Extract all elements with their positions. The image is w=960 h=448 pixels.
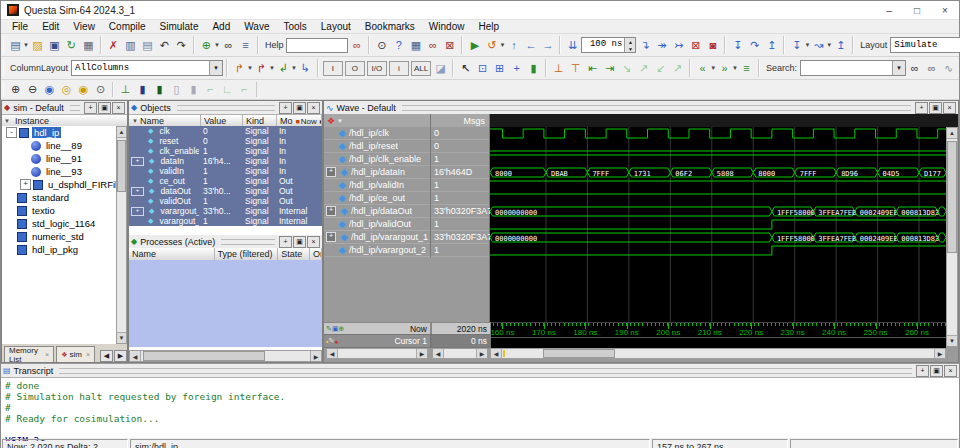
- objects-row-ce_out[interactable]: ◆ce_out1SignalOut: [129, 176, 322, 186]
- collapse-all-icon[interactable]: ≡: [739, 61, 754, 76]
- search-input-dropdown-button[interactable]: ▼: [892, 61, 905, 75]
- layout-select[interactable]: Simulate▼: [890, 37, 960, 53]
- processes-column-name[interactable]: Name: [129, 248, 215, 260]
- continue-run-icon[interactable]: ↠: [654, 38, 669, 53]
- tab-close-icon[interactable]: ×: [45, 351, 49, 358]
- clear-filter-icon[interactable]: ◪: [433, 61, 448, 76]
- close-button[interactable]: ×: [931, 1, 959, 19]
- processes-plus-button[interactable]: +: [279, 236, 292, 248]
- copy-icon[interactable]: ▥: [123, 38, 138, 53]
- tab-scroll-right[interactable]: ▶: [114, 350, 127, 362]
- wave-clock-icon[interactable]: ⊙: [374, 38, 389, 53]
- step-out-current-icon[interactable]: ↥: [833, 38, 848, 53]
- stop-icon[interactable]: ◙: [705, 38, 720, 53]
- close-doc-icon[interactable]: ⊠: [442, 38, 457, 53]
- insert-cursor-icon[interactable]: ⊥: [118, 82, 133, 97]
- wave-value-clk[interactable]: 0: [431, 127, 489, 140]
- wave-timeline[interactable]: 160 ns170 ns180 ns190 ns200 ns210 ns220 …: [490, 322, 946, 338]
- minimize-button[interactable]: –: [875, 1, 903, 19]
- add-cursor-icon[interactable]: ⊥: [551, 61, 566, 76]
- undock-plus-button[interactable]: +: [84, 102, 97, 114]
- menu-item-tools[interactable]: Tools: [276, 21, 313, 32]
- window-tab-memory-list[interactable]: Memory List×: [4, 346, 54, 362]
- wave-hscrollbar[interactable]: ◀ ▶: [490, 348, 946, 359]
- add-to-wave-icon[interactable]: ↱: [232, 61, 247, 76]
- processes-drag-handle[interactable]: [221, 239, 275, 245]
- run-length-input-value[interactable]: 100 ns: [582, 38, 624, 52]
- objects-row-clk[interactable]: ◆clk0SignalIn: [129, 126, 322, 136]
- wave-names-header[interactable]: ❖ ▼: [324, 114, 431, 127]
- wave-gray-block2-icon[interactable]: ▮: [186, 82, 201, 97]
- menu-item-wave[interactable]: Wave: [237, 21, 276, 32]
- prev-edge-icon[interactable]: ↙: [653, 61, 668, 76]
- object-expander-icon[interactable]: +: [131, 187, 144, 196]
- zoom-mode2-icon[interactable]: ⊙: [93, 82, 108, 97]
- processes-column-typefiltered[interactable]: Type (filtered): [215, 248, 279, 260]
- wave-value-reset[interactable]: 0: [431, 140, 489, 153]
- objects-row-validOut[interactable]: ◆validOut1SignalOut: [129, 196, 322, 206]
- wave-name-reset[interactable]: ◆/hdl_ip/reset: [324, 140, 430, 153]
- wave-name-ce_out[interactable]: ◆/hdl_ip/ce_out: [324, 192, 430, 205]
- instance-vscrollbar[interactable]: ▲ ▼: [116, 126, 127, 344]
- tab-scroll-arrows[interactable]: ◀▶: [99, 350, 127, 362]
- wave-value-validIn[interactable]: 1: [431, 179, 489, 192]
- search-input[interactable]: ▼: [800, 60, 906, 76]
- filter-out-button[interactable]: O: [345, 61, 365, 76]
- transcript-close-button[interactable]: ×: [944, 365, 957, 377]
- tree-item-hdl_ip[interactable]: -hdl_ip: [2, 126, 116, 139]
- run-length-input-up[interactable]: ▲: [625, 38, 635, 45]
- save-icon[interactable]: ▣: [47, 38, 62, 53]
- object-expander-icon[interactable]: +: [131, 207, 144, 216]
- waveform-canvas[interactable]: 8000DBAB7FFF173106F2580880007FFF8D9604D5…: [490, 127, 946, 322]
- doc-help-icon[interactable]: ?: [391, 38, 406, 53]
- print-icon[interactable]: ▦: [81, 38, 96, 53]
- tree-item-line__93[interactable]: line__93: [2, 165, 116, 178]
- menu-item-compile[interactable]: Compile: [102, 21, 153, 32]
- stop-light-icon[interactable]: ▮: [526, 61, 541, 76]
- wave-name-dataIn[interactable]: +◆/hdl_ip/dataIn: [324, 166, 430, 179]
- forward-icon[interactable]: →: [540, 38, 555, 53]
- objects-drag-handle[interactable]: [177, 105, 275, 111]
- wave-gray-block-icon[interactable]: ▯: [169, 82, 184, 97]
- wave-expander-icon[interactable]: +: [326, 167, 336, 177]
- wave-value-varargout_1[interactable]: 33'h0320F3A77: [431, 231, 489, 244]
- zoom-mode-icon[interactable]: ⊡: [475, 61, 490, 76]
- menu-item-bookmarks[interactable]: Bookmarks: [358, 21, 422, 32]
- bookmark-list-icon[interactable]: ≡: [238, 38, 253, 53]
- wave-name-varargout_1[interactable]: +◆/hdl_ip/varargout_1: [324, 231, 430, 244]
- wave-value-ce_out[interactable]: 1: [431, 192, 489, 205]
- transcript-console[interactable]: # done# Simulation halt requested by for…: [1, 378, 959, 441]
- header-next-icon[interactable]: ▸: [320, 117, 322, 126]
- zoom-range-icon[interactable]: ◉: [76, 82, 91, 97]
- step-out-icon[interactable]: ↥: [764, 38, 779, 53]
- tree-item-numeric_std[interactable]: numeric_std: [2, 230, 116, 243]
- wave-blue-block-icon[interactable]: ▮: [135, 82, 150, 97]
- edge-both-icon[interactable]: ⌐: [237, 82, 252, 97]
- objects-row-clk_enable[interactable]: ◆clk_enable1SignalIn: [129, 146, 322, 156]
- maximize-button[interactable]: □: [903, 1, 931, 19]
- add-to-list-icon[interactable]: ↱: [254, 61, 269, 76]
- objects-row-varargout_2[interactable]: ◆varargout_21SignalInternal: [129, 216, 322, 226]
- transcript-plus-button[interactable]: +: [916, 365, 929, 377]
- object-expander-icon[interactable]: +: [131, 157, 144, 166]
- wave-name-validOut[interactable]: ◆/hdl_ip/validOut: [324, 218, 430, 231]
- processes-column-orde[interactable]: Orde: [310, 248, 322, 260]
- wave-close-button[interactable]: ×: [943, 102, 956, 114]
- tab-close-icon[interactable]: ×: [86, 351, 90, 358]
- wave-select-icon[interactable]: ▣: [332, 325, 339, 333]
- prev-fall-icon[interactable]: ↘: [619, 61, 634, 76]
- prev-transition-icon[interactable]: ⇤: [585, 61, 600, 76]
- wave-value-dataOut[interactable]: 33'h0320F3A77: [431, 205, 489, 218]
- elaborate-icon[interactable]: ▶: [467, 38, 482, 53]
- wave-value-clk_enable[interactable]: 1: [431, 153, 489, 166]
- select-mode-icon[interactable]: ↖: [458, 61, 473, 76]
- restart-icon-dropdown[interactable]: ▼: [499, 42, 505, 48]
- zoom-cursor-icon[interactable]: ◎: [59, 82, 74, 97]
- columnlayout-select[interactable]: AllColumns▼: [71, 60, 223, 76]
- edge-fall-icon[interactable]: ∟: [220, 82, 235, 97]
- filter-all-button[interactable]: ALL: [411, 61, 431, 76]
- menu-item-view[interactable]: View: [66, 21, 102, 32]
- run-length-input-down[interactable]: ▼: [625, 45, 635, 52]
- search-filter-icon[interactable]: ∿: [941, 61, 956, 76]
- break-icon[interactable]: ⊠: [688, 38, 703, 53]
